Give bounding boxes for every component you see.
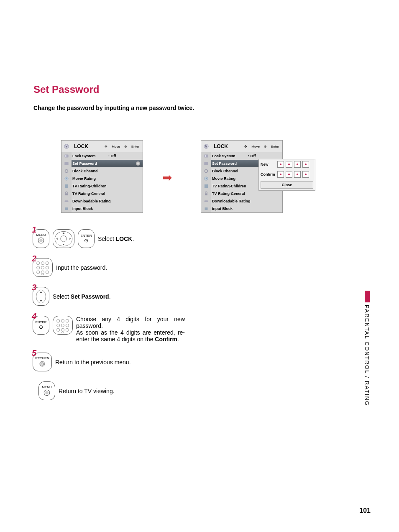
lock-menu-left: LOCK ✥ Move ⊙ Enter Lock System: Off Set…: [61, 140, 143, 213]
step-text: Select LOCK.: [98, 235, 134, 242]
svg-point-25: [61, 235, 66, 241]
svg-point-31: [46, 266, 49, 269]
row-icon-usb: [201, 205, 211, 212]
svg-rect-18: [205, 184, 208, 188]
move-icon: ✥: [244, 145, 247, 148]
svg-rect-20: [204, 200, 208, 202]
svg-rect-7: [65, 184, 68, 188]
password-box[interactable]: [286, 171, 292, 178]
lock-header-icon: [201, 143, 211, 149]
row-icon-usb: [61, 205, 72, 212]
svg-point-28: [46, 261, 49, 264]
enter-icon: ⊙: [264, 145, 267, 148]
enter-button-icon: ENTER ⊙: [78, 229, 95, 248]
row-icon-image: [61, 152, 72, 160]
password-box[interactable]: [302, 161, 309, 168]
menu-header: LOCK ✥ Move ⊙ Enter: [61, 141, 143, 152]
svg-rect-15: [204, 162, 208, 165]
svg-point-45: [66, 328, 69, 331]
row-label: TV Rating-Children: [72, 184, 143, 188]
row-label: Movie Rating: [211, 176, 246, 181]
svg-point-44: [61, 328, 64, 331]
svg-point-16: [205, 170, 208, 173]
move-hint: Move: [251, 145, 260, 148]
page-number: 101: [359, 507, 371, 514]
row-icon-lock: [201, 190, 211, 197]
page-title: Set Password: [33, 84, 99, 95]
menu-title: LOCK: [72, 143, 105, 149]
row-icon-gear: [61, 167, 72, 175]
page-subtitle: Change the password by inputting a new p…: [33, 105, 194, 111]
menu-row-tv-general[interactable]: TV Rating-General: [201, 190, 282, 197]
svg-point-26: [37, 261, 40, 264]
row-label: Downloadable Rating: [211, 199, 282, 203]
section-tab-marker: [365, 291, 370, 302]
svg-rect-9: [64, 200, 68, 202]
password-box[interactable]: [302, 171, 309, 178]
menu-header: LOCK ✥ Move ⊙ Enter: [201, 141, 282, 152]
enter-hint: Enter: [131, 145, 139, 148]
row-label: Block Channel: [211, 169, 246, 173]
svg-rect-21: [205, 207, 208, 210]
password-confirm-label: Confirm: [261, 172, 277, 176]
menu-row-input-block[interactable]: Input Block: [201, 205, 282, 212]
svg-rect-19: [205, 193, 207, 195]
menu-row-tv-children[interactable]: TV Rating-Children: [61, 182, 143, 190]
menu-row-set-password[interactable]: Set Password: [61, 160, 143, 167]
step-5: 5 RETURN Return to the previous menu.: [33, 353, 250, 371]
row-icon-input: [201, 197, 211, 205]
row-icon-input: [61, 197, 72, 205]
step-text: Choose any 4 digits for your new passwor…: [76, 316, 185, 343]
section-tab: PARENTAL CONTROL / RATING: [364, 291, 371, 425]
password-box[interactable]: [294, 171, 301, 178]
password-popup: New Confirm Close: [258, 159, 315, 191]
svg-point-34: [46, 271, 49, 274]
password-close-button[interactable]: Close: [261, 181, 313, 189]
menu-row-movie-rating[interactable]: Movie Rating: [61, 175, 143, 182]
row-label: Lock System: [211, 154, 246, 158]
svg-point-42: [66, 324, 69, 327]
svg-rect-4: [64, 162, 68, 165]
menu-row-lock-system[interactable]: Lock System: Off: [61, 152, 143, 160]
menu-title: LOCK: [211, 143, 244, 149]
move-icon: ✥: [105, 145, 107, 148]
svg-point-32: [37, 271, 40, 274]
svg-point-46: [61, 332, 64, 333]
step-number: 4: [32, 312, 36, 321]
menu-row-downloadable[interactable]: Downloadable Rating: [201, 197, 282, 205]
row-icon-lock: [61, 190, 72, 197]
menu-row-input-block[interactable]: Input Block: [61, 205, 143, 212]
section-tab-label: PARENTAL CONTROL / RATING: [364, 305, 370, 406]
svg-rect-1: [66, 146, 67, 147]
menu-row-downloadable[interactable]: Downloadable Rating: [61, 197, 143, 205]
password-box[interactable]: [294, 161, 301, 168]
row-icon-gear: [201, 167, 211, 175]
menu-row-tv-general[interactable]: TV Rating-General: [61, 190, 143, 197]
row-icon-time: [201, 175, 211, 182]
row-label: TV Rating-General: [211, 192, 282, 196]
svg-point-30: [41, 266, 44, 269]
password-new-label: New: [261, 162, 277, 166]
svg-point-14: [205, 155, 207, 157]
nav-pad-icon: [53, 229, 74, 248]
menu-button-icon: MENU: [38, 381, 55, 400]
svg-rect-8: [65, 193, 68, 195]
step-number: 5: [32, 348, 36, 358]
menu-row-block-channel[interactable]: Block Channel: [61, 167, 143, 175]
password-box[interactable]: [286, 161, 292, 168]
row-value: : Off: [107, 154, 143, 158]
row-label: Set Password: [211, 161, 246, 166]
password-new-row: New: [259, 159, 315, 169]
password-box[interactable]: [277, 171, 284, 178]
step-3: 3 Select Set Password.: [33, 287, 250, 306]
svg-point-43: [57, 328, 60, 331]
step-text: Input the password.: [56, 264, 107, 271]
svg-point-23: [39, 239, 43, 242]
step-1: 1 MENU ENTER ⊙ Select LOCK.: [33, 229, 250, 248]
menu-rows: Lock System: Off Set Password Block Chan…: [61, 152, 143, 212]
step-text: Return to TV viewing.: [59, 388, 115, 394]
password-box[interactable]: [277, 161, 284, 168]
svg-point-5: [65, 170, 68, 173]
enter-hint: Enter: [271, 145, 279, 148]
row-label: Movie Rating: [72, 176, 107, 181]
